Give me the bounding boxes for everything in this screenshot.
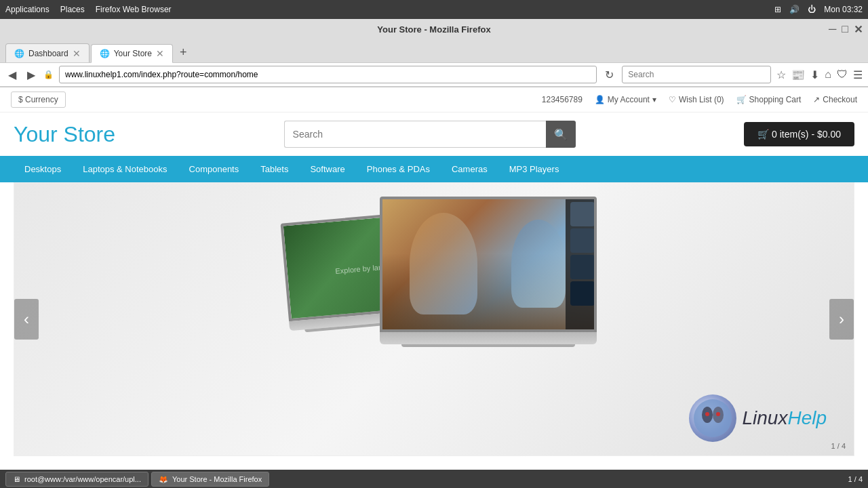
tab-dashboard[interactable]: 🌐 Dashboard ✕ [5, 43, 90, 62]
laptop-large-screen [380, 197, 597, 332]
taskbar-terminal[interactable]: 🖥 root@www:/var/www/opencar/upl... [5, 472, 149, 487]
pocket-icon[interactable]: 🛡 [837, 68, 848, 81]
linuxhelp-accent: Help [787, 407, 827, 428]
tab-dashboard-icon: 🌐 [14, 49, 24, 58]
browser-window: Your Store - Mozilla Firefox ─ □ ✕ 🌐 Das… [0, 19, 868, 87]
home-icon[interactable]: ⌂ [825, 68, 831, 81]
nav-components[interactable]: Components [178, 156, 250, 182]
tab-store-icon: 🌐 [100, 49, 110, 58]
browser-toolbar: ◀ ▶ 🔒 ↻ ☆ 📰 ⬇ ⌂ 🛡 ☰ [0, 62, 868, 87]
tab-your-store[interactable]: 🌐 Your Store ✕ [91, 44, 173, 63]
browser-search-input[interactable] [622, 66, 771, 83]
forward-button[interactable]: ▶ [24, 67, 38, 83]
svg-point-4 [716, 412, 720, 416]
carousel-prev-button[interactable]: ‹ [14, 299, 39, 340]
taskbar-firefox[interactable]: 🦊 Your Store - Mozilla Firefox [151, 472, 269, 487]
linuxhelp-logo: LinuxHelp [689, 394, 827, 442]
power-icon: ⏻ [808, 5, 816, 14]
network-icon: ⊞ [774, 5, 781, 14]
taskbar-pager: 1 / 4 [848, 475, 863, 483]
browser-titlebar: Your Store - Mozilla Firefox ─ □ ✕ [0, 19, 868, 39]
linuxhelp-svg-icon [692, 398, 733, 439]
taskbar: 🖥 root@www:/var/www/opencar/upl... 🦊 You… [0, 470, 868, 488]
linuxhelp-text: LinuxHelp [742, 407, 827, 429]
terminal-icon: 🖥 [13, 475, 20, 483]
svg-point-0 [694, 399, 732, 437]
toolbar-icons: ☆ 📰 ⬇ ⌂ 🛡 ☰ [776, 68, 863, 81]
download-icon[interactable]: ⬇ [810, 68, 819, 81]
phone-link: 123456789 [542, 95, 583, 104]
tab-store-close[interactable]: ✕ [156, 48, 164, 59]
applications-menu[interactable]: Applications [5, 5, 50, 14]
store-page: $ Currency 123456789 👤 My Account ▾ ♡ Wi… [0, 87, 868, 470]
carousel: Explore by land. [14, 182, 854, 456]
nav-cameras[interactable]: Cameras [441, 156, 498, 182]
search-icon: 🔍 [554, 128, 568, 141]
cart-icon: 🛒 [736, 95, 747, 104]
utility-bar: $ Currency 123456789 👤 My Account ▾ ♡ Wi… [0, 87, 868, 113]
lock-icon: 🔒 [43, 70, 54, 79]
reload-button[interactable]: ↻ [602, 67, 616, 83]
nav-software[interactable]: Software [299, 156, 355, 182]
nav-mp3[interactable]: MP3 Players [498, 156, 570, 182]
wish-list-label: Wish List (0) [679, 95, 724, 104]
nav-tablets[interactable]: Tablets [250, 156, 299, 182]
my-account-link[interactable]: 👤 My Account ▾ [595, 95, 656, 104]
address-bar[interactable] [59, 66, 597, 83]
linuxhelp-circle-icon [689, 394, 736, 442]
laptop-large [380, 197, 597, 344]
wish-list-link[interactable]: ♡ Wish List (0) [669, 95, 724, 104]
reader-icon[interactable]: 📰 [791, 68, 805, 81]
nav-desktops[interactable]: Desktops [14, 156, 72, 182]
search-button[interactable]: 🔍 [546, 121, 576, 148]
currency-button[interactable]: $ Currency [11, 92, 66, 108]
maximize-button[interactable]: □ [842, 23, 848, 36]
account-chevron-icon: ▾ [652, 95, 656, 104]
svg-point-3 [705, 412, 709, 416]
search-container: 🔍 [284, 121, 576, 148]
clock: Mon 03:32 [824, 5, 863, 14]
volume-icon: 🔊 [789, 5, 800, 14]
heart-icon: ♡ [669, 95, 676, 104]
taskbar-left: 🖥 root@www:/var/www/opencar/upl... 🦊 You… [5, 472, 269, 487]
browser-menu[interactable]: Firefox Web Browser [96, 5, 172, 14]
taskbar-firefox-label: Your Store - Mozilla Firefox [172, 475, 262, 483]
tab-store-label: Your Store [114, 49, 152, 58]
bookmark-icon[interactable]: ☆ [776, 68, 786, 81]
tab-dashboard-label: Dashboard [28, 49, 68, 58]
browser-title: Your Store - Mozilla Firefox [377, 24, 490, 35]
browser-tabs: 🌐 Dashboard ✕ 🌐 Your Store ✕ + [0, 39, 868, 62]
nav-phones[interactable]: Phones & PDAs [356, 156, 441, 182]
nav-laptops[interactable]: Laptops & Notebooks [72, 156, 178, 182]
checkout-link[interactable]: ↗ Checkout [813, 95, 857, 104]
tab-dashboard-close[interactable]: ✕ [73, 48, 81, 59]
places-menu[interactable]: Places [60, 5, 85, 14]
laptop-front [380, 197, 597, 344]
user-icon: 👤 [595, 95, 605, 104]
window-controls[interactable]: ─ □ ✕ [829, 23, 863, 36]
my-account-label: My Account [608, 95, 650, 104]
taskbar-terminal-label: root@www:/var/www/opencar/upl... [24, 475, 141, 483]
search-input[interactable] [284, 121, 546, 148]
close-button[interactable]: ✕ [854, 23, 863, 36]
checkout-icon: ↗ [813, 95, 820, 104]
carousel-next-button[interactable]: › [829, 299, 854, 340]
store-logo[interactable]: Your Store [14, 122, 115, 147]
new-tab-button[interactable]: + [174, 43, 193, 62]
taskbar-right: 1 / 4 [848, 475, 863, 483]
os-topbar: Applications Places Firefox Web Browser … [0, 0, 868, 19]
firefox-icon: 🦊 [159, 475, 168, 484]
shopping-cart-link[interactable]: 🛒 Shopping Cart [736, 95, 802, 104]
checkout-label: Checkout [823, 95, 857, 104]
store-nav: Desktops Laptops & Notebooks Components … [0, 156, 868, 182]
minimize-button[interactable]: ─ [829, 23, 836, 36]
cart-button[interactable]: 🛒 0 item(s) - $0.00 [744, 122, 854, 146]
shopping-cart-label: Shopping Cart [749, 95, 802, 104]
laptop-display: Explore by land. [231, 183, 637, 455]
utility-right: 123456789 👤 My Account ▾ ♡ Wish List (0)… [542, 95, 857, 104]
slide-indicator: 1 / 4 [831, 442, 846, 450]
store-header: Your Store 🔍 🛒 0 item(s) - $0.00 [0, 113, 868, 156]
utility-left: $ Currency [11, 92, 66, 108]
menu-icon[interactable]: ☰ [853, 68, 863, 81]
back-button[interactable]: ◀ [5, 67, 19, 83]
